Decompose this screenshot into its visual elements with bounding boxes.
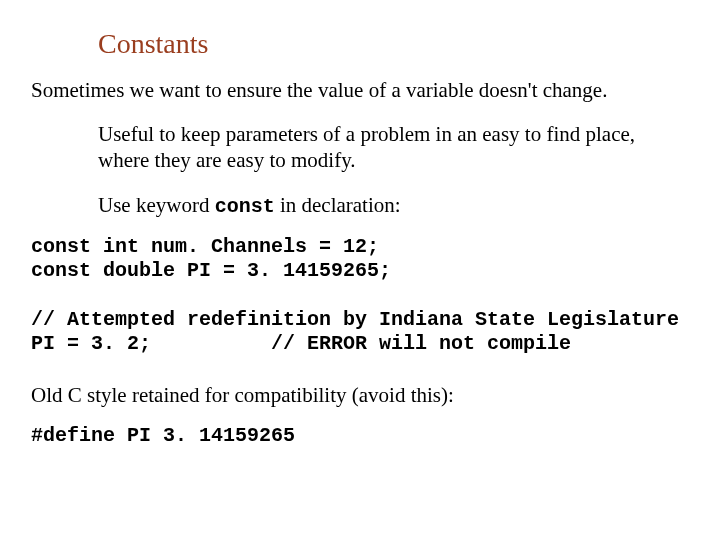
slide: Constants Sometimes we want to ensure th… bbox=[0, 0, 720, 540]
const-keyword-post: in declaration: bbox=[275, 193, 401, 217]
old-c-style-paragraph: Old C style retained for compatibility (… bbox=[31, 382, 691, 408]
code-error-example: // Attempted redefinition by Indiana Sta… bbox=[31, 308, 679, 356]
intro-paragraph: Sometimes we want to ensure the value of… bbox=[31, 77, 691, 103]
usefulness-paragraph: Useful to keep parameters of a problem i… bbox=[98, 121, 638, 174]
code-const-declarations: const int num. Channels = 12; const doub… bbox=[31, 235, 391, 283]
code-define-macro: #define PI 3. 14159265 bbox=[31, 424, 295, 448]
const-keyword-pre: Use keyword bbox=[98, 193, 215, 217]
slide-title: Constants bbox=[98, 28, 208, 60]
const-keyword-paragraph: Use keyword const in declaration: bbox=[98, 192, 638, 219]
const-keyword: const bbox=[215, 195, 275, 218]
